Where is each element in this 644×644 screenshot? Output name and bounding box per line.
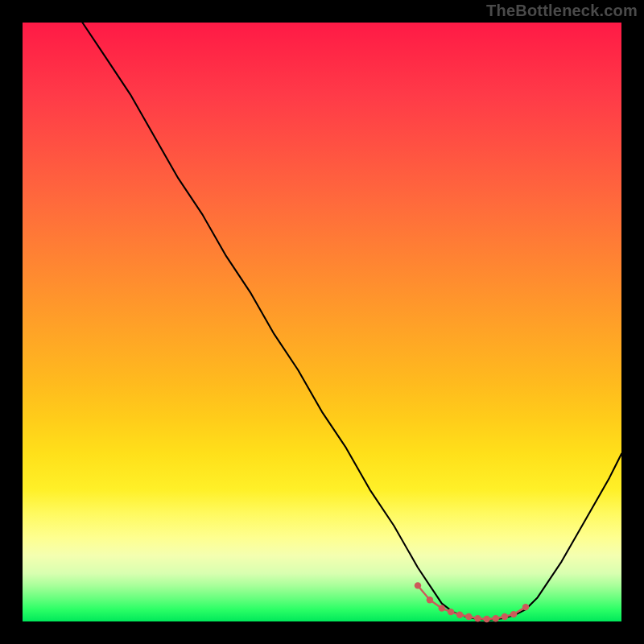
optimal-marker xyxy=(448,609,454,615)
optimal-marker xyxy=(493,615,499,621)
optimal-marker xyxy=(474,615,481,621)
optimal-marker xyxy=(522,604,529,610)
optimal-marker xyxy=(456,612,463,618)
optimal-marker xyxy=(427,597,433,603)
optimal-marker xyxy=(483,616,489,622)
optimal-marker xyxy=(415,582,421,588)
chart-frame: TheBottleneck.com xyxy=(0,0,644,644)
bottleneck-curve xyxy=(82,23,621,620)
curve-svg xyxy=(23,23,621,621)
attribution-text: TheBottleneck.com xyxy=(486,2,638,20)
optimal-marker xyxy=(502,613,508,620)
optimal-marker xyxy=(439,605,445,611)
optimal-marker xyxy=(510,611,517,617)
plot-area xyxy=(23,23,621,621)
optimal-marker xyxy=(465,613,472,620)
